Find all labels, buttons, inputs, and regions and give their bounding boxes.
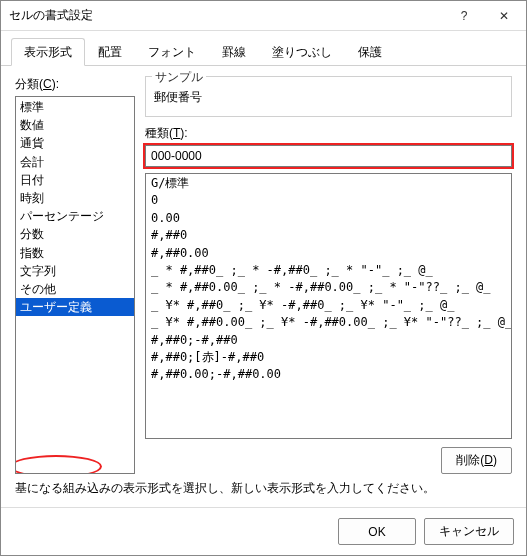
- category-label: 分類(C):: [15, 76, 135, 93]
- sample-box: サンプル 郵便番号: [145, 76, 512, 117]
- list-item[interactable]: _ ¥* #,##0_ ;_ ¥* -#,##0_ ;_ ¥* "-"_ ;_ …: [146, 297, 511, 314]
- list-item[interactable]: 0: [146, 192, 511, 209]
- list-item[interactable]: 数値: [16, 116, 134, 134]
- list-item[interactable]: #,##0.00: [146, 245, 511, 262]
- list-item[interactable]: 会計: [16, 153, 134, 171]
- list-item[interactable]: 日付: [16, 171, 134, 189]
- list-item[interactable]: G/標準: [146, 175, 511, 192]
- list-item[interactable]: 通貨: [16, 134, 134, 152]
- help-icon[interactable]: ?: [444, 2, 484, 30]
- dialog-footer: OK キャンセル: [1, 507, 526, 555]
- delete-button[interactable]: 削除(D): [441, 447, 512, 474]
- close-icon[interactable]: ✕: [484, 2, 524, 30]
- tab-3[interactable]: 罫線: [209, 38, 259, 66]
- sample-label: サンプル: [152, 69, 206, 86]
- tab-4[interactable]: 塗りつぶし: [259, 38, 345, 66]
- list-item[interactable]: 0.00: [146, 210, 511, 227]
- list-item[interactable]: 標準: [16, 98, 134, 116]
- list-item[interactable]: 時刻: [16, 189, 134, 207]
- list-item[interactable]: 指数: [16, 244, 134, 262]
- list-item[interactable]: パーセンテージ: [16, 207, 134, 225]
- hint-text: 基になる組み込みの表示形式を選択し、新しい表示形式を入力してください。: [15, 474, 512, 501]
- list-item[interactable]: #,##0: [146, 227, 511, 244]
- list-item[interactable]: _ * #,##0_ ;_ * -#,##0_ ;_ * "-"_ ;_ @_: [146, 262, 511, 279]
- list-item[interactable]: 文字列: [16, 262, 134, 280]
- list-item[interactable]: #,##0;-#,##0: [146, 332, 511, 349]
- titlebar: セルの書式設定 ? ✕: [1, 1, 526, 31]
- ok-button[interactable]: OK: [338, 518, 416, 545]
- list-item[interactable]: #,##0;[赤]-#,##0: [146, 349, 511, 366]
- tab-bar: 表示形式配置フォント罫線塗りつぶし保護: [1, 31, 526, 66]
- list-item[interactable]: ユーザー定義: [16, 298, 134, 316]
- list-item[interactable]: _ ¥* #,##0.00_ ;_ ¥* -#,##0.00_ ;_ ¥* "-…: [146, 314, 511, 331]
- tab-0[interactable]: 表示形式: [11, 38, 85, 66]
- tab-1[interactable]: 配置: [85, 38, 135, 66]
- type-input[interactable]: [145, 145, 512, 167]
- highlight-ring-icon: [15, 455, 102, 474]
- list-item[interactable]: #,##0.00;-#,##0.00: [146, 366, 511, 383]
- list-item[interactable]: その他: [16, 280, 134, 298]
- type-label: 種類(T):: [145, 125, 512, 142]
- cancel-button[interactable]: キャンセル: [424, 518, 514, 545]
- list-item[interactable]: 分数: [16, 225, 134, 243]
- category-listbox[interactable]: 標準数値通貨会計日付時刻パーセンテージ分数指数文字列その他ユーザー定義: [15, 96, 135, 474]
- sample-value: 郵便番号: [154, 89, 503, 106]
- list-item[interactable]: _ * #,##0.00_ ;_ * -#,##0.00_ ;_ * "-"??…: [146, 279, 511, 296]
- tab-5[interactable]: 保護: [345, 38, 395, 66]
- format-listbox[interactable]: G/標準00.00#,##0#,##0.00_ * #,##0_ ;_ * -#…: [145, 173, 512, 439]
- tab-2[interactable]: フォント: [135, 38, 209, 66]
- window-title: セルの書式設定: [9, 7, 444, 24]
